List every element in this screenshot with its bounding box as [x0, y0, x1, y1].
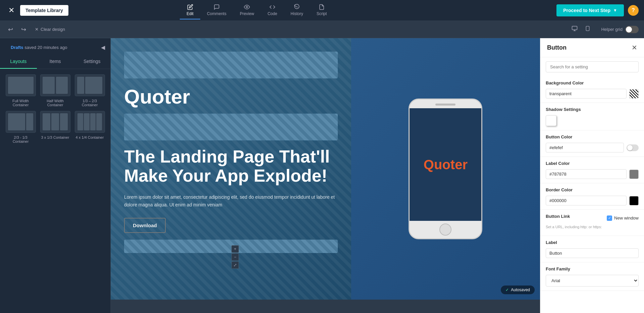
- button-link-row: Button Link ✓ New window: [546, 214, 639, 222]
- close-panel-button[interactable]: ✕: [632, 44, 637, 52]
- tab-items[interactable]: Items: [37, 55, 74, 69]
- layout-one-third[interactable]: 1/3 – 2/3 Container: [74, 74, 105, 107]
- mobile-view-button[interactable]: [582, 23, 593, 36]
- helper-grid: Helper grid: [601, 26, 639, 33]
- nav-history[interactable]: History: [284, 1, 310, 19]
- border-color-swatch[interactable]: [629, 196, 639, 205]
- desktop-view-button[interactable]: [568, 23, 581, 36]
- proceed-arrow: ▼: [613, 8, 617, 13]
- two-third-label: 2/3 - 1/3 Container: [5, 135, 36, 143]
- label-color-input[interactable]: [546, 169, 627, 179]
- history-icon: [294, 4, 300, 10]
- background-color-section: Background Color: [540, 76, 644, 103]
- nav-edit[interactable]: Edit: [180, 1, 200, 19]
- comments-icon: [214, 4, 220, 10]
- phone-home-button: [439, 224, 451, 236]
- button-controls: + − ⤢: [231, 245, 239, 269]
- layouts-grid: Full Width Container Half Width Containe…: [0, 69, 110, 149]
- toolbar: ↩ ↪ ✕ Clear design Helper grid: [0, 21, 644, 38]
- undo-button[interactable]: ↩: [5, 24, 16, 35]
- layout-two-third[interactable]: 2/3 - 1/3 Container: [5, 111, 36, 143]
- desktop-icon: [571, 25, 578, 32]
- tab-settings[interactable]: Settings: [73, 55, 110, 69]
- code-icon: [269, 4, 275, 10]
- shadow-preview[interactable]: [546, 115, 556, 126]
- right-panel: Button ✕ Background Color Shadow Setting…: [540, 38, 644, 313]
- collapse-panel-button[interactable]: ◀: [101, 44, 105, 51]
- background-color-swatch[interactable]: [629, 89, 639, 99]
- nav-script[interactable]: Script: [310, 1, 334, 19]
- label-color-section: Label Color: [540, 157, 644, 183]
- font-family-select[interactable]: Arial Helvetica Times New Roman Georgia …: [546, 275, 639, 287]
- button-color-row: [546, 143, 639, 152]
- border-color-input[interactable]: [546, 196, 627, 205]
- button-color-input[interactable]: [546, 143, 624, 152]
- nav-comments[interactable]: Comments: [200, 1, 233, 19]
- new-window-label: ✓ New window: [607, 215, 639, 221]
- phone-speaker: [435, 104, 455, 106]
- half-width-label: Half Width Container: [40, 99, 70, 107]
- right-panel-header: Button ✕: [540, 38, 644, 57]
- btn-ctrl-remove[interactable]: −: [231, 253, 239, 261]
- quoter-title: Quoter: [124, 85, 338, 108]
- autosaved-badge: ✓ Autosaved: [501, 286, 535, 294]
- phone-quoter-text: Quoter: [424, 157, 468, 172]
- landing-page: Quoter The Landing Page That'll Make You…: [111, 38, 540, 300]
- nav-code[interactable]: Code: [261, 1, 284, 19]
- body-text: Lorem ipsum dolor sit amet, consectetur …: [124, 193, 338, 208]
- border-color-row: [546, 196, 639, 205]
- button-color-toggle[interactable]: [627, 144, 639, 151]
- nav-center: Edit Comments Preview Code History Scrip…: [180, 1, 333, 19]
- font-family-section: Font Family Arial Helvetica Times New Ro…: [540, 262, 644, 291]
- two-third-icon: [6, 111, 36, 133]
- full-width-icon: [6, 74, 36, 96]
- striped-band-bottom: [124, 240, 338, 253]
- main-content: Drafts saved 20 minutes ago ◀ Layouts It…: [0, 38, 644, 313]
- svg-point-0: [246, 6, 248, 8]
- nav-right: Proceed to Next Step ▼ ?: [556, 4, 639, 16]
- clear-design-button[interactable]: ✕ Clear design: [32, 25, 68, 34]
- tab-layouts[interactable]: Layouts: [0, 55, 37, 69]
- four-x-icon: [75, 111, 105, 133]
- edit-icon: [187, 4, 193, 10]
- background-color-row: [546, 89, 639, 99]
- nav-preview[interactable]: Preview: [233, 1, 261, 19]
- btn-ctrl-add[interactable]: +: [231, 245, 239, 253]
- canvas-inner: Quoter The Landing Page That'll Make You…: [111, 38, 540, 300]
- label-input[interactable]: [546, 248, 639, 258]
- new-window-checkbox[interactable]: ✓: [607, 215, 612, 221]
- page-title: The Landing Page That'll Make Your App E…: [124, 147, 338, 185]
- preview-icon: [244, 4, 250, 10]
- layout-full-width[interactable]: Full Width Container: [5, 74, 36, 107]
- button-color-section: Button Color: [540, 130, 644, 157]
- layout-three-x[interactable]: 3 x 1/3 Container: [40, 111, 70, 143]
- layout-four-x[interactable]: 4 x 1/4 Container: [74, 111, 105, 143]
- layout-half-width[interactable]: Half Width Container: [40, 74, 70, 107]
- btn-ctrl-expand[interactable]: ⤢: [231, 261, 239, 269]
- one-third-label: 1/3 – 2/3 Container: [74, 99, 105, 107]
- background-color-input[interactable]: [546, 89, 627, 99]
- template-library-button[interactable]: Template Library: [20, 5, 68, 16]
- canvas-area[interactable]: Quoter The Landing Page That'll Make You…: [111, 38, 540, 313]
- search-setting-input[interactable]: [546, 61, 639, 72]
- left-panel-header: Drafts saved 20 minutes ago ◀: [0, 38, 110, 53]
- download-button[interactable]: Download: [124, 218, 166, 233]
- button-link-section: Button Link ✓ New window Set a URL, incl…: [540, 210, 644, 236]
- label-color-swatch[interactable]: [629, 170, 639, 179]
- top-nav: ✕ Template Library Edit Comments Preview…: [0, 0, 644, 21]
- proceed-button[interactable]: Proceed to Next Step ▼: [556, 4, 624, 16]
- view-buttons: [568, 23, 593, 36]
- script-icon: [319, 4, 325, 10]
- redo-button[interactable]: ↪: [18, 24, 29, 35]
- close-button[interactable]: ✕: [5, 4, 17, 16]
- striped-band-top: [124, 52, 338, 78]
- one-third-icon: [75, 74, 105, 96]
- phone-screen: Quoter: [410, 108, 481, 221]
- help-button[interactable]: ?: [628, 5, 639, 16]
- helper-grid-toggle[interactable]: [625, 26, 639, 33]
- drafts-link[interactable]: Drafts: [11, 45, 23, 50]
- three-x-icon: [40, 111, 70, 133]
- right-panel-title: Button: [547, 44, 567, 51]
- right-content: Quoter ✓ Autosaved: [351, 38, 540, 300]
- shadow-settings-section: Shadow Settings: [540, 103, 644, 130]
